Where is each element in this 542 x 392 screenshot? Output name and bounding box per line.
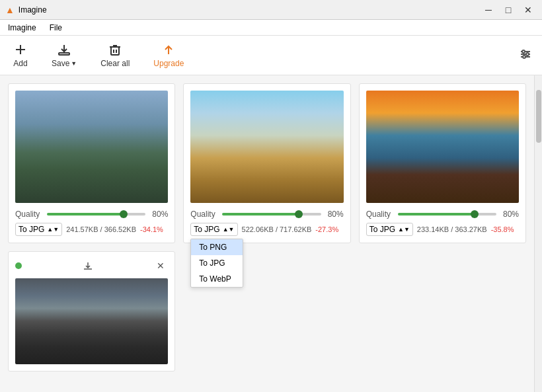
quality-row-3: Quality 80%: [366, 210, 519, 219]
scrollbar-track: [534, 75, 542, 392]
settings-icon: [518, 47, 533, 61]
image-thumbnail-1: [15, 91, 168, 203]
menu-file[interactable]: File: [47, 22, 65, 34]
file-info-2: 522.06KB / 717.62KB: [242, 225, 312, 233]
format-arrow-2: ▲▼: [223, 226, 235, 233]
quality-label-1: Quality: [15, 210, 43, 219]
card-controls-1: Quality 80% To JPG ▲▼ 241.57KB / 366.52K…: [15, 210, 168, 236]
close-button[interactable]: ✕: [520, 3, 537, 17]
svg-rect-3: [111, 47, 119, 55]
title-bar: ▲ Imagine ─ □ ✕: [0, 0, 542, 20]
quality-value-1: 80%: [149, 210, 168, 219]
plus-icon: [13, 42, 28, 57]
dropdown-option-png[interactable]: To PNG: [191, 239, 243, 255]
image-thumbnail-3: [366, 91, 519, 203]
format-select-2[interactable]: To JPG ▲▼: [190, 223, 237, 236]
quality-label-3: Quality: [366, 210, 394, 219]
close-card-button-4[interactable]: ✕: [153, 258, 168, 273]
image-card-1: Quality 80% To JPG ▲▼ 241.57KB / 366.52K…: [8, 83, 175, 243]
svg-point-11: [522, 50, 525, 53]
clear-all-button[interactable]: Clear all: [97, 41, 134, 69]
card-controls-3: Quality 80% To JPG ▲▼ 233.14KB / 363.27K…: [366, 210, 519, 236]
status-dot-4: [15, 262, 22, 269]
trash-icon: [108, 42, 122, 57]
image-thumbnail-4: [15, 278, 168, 364]
format-select-3[interactable]: To JPG ▲▼: [366, 223, 413, 236]
menu-imagine[interactable]: Imagine: [5, 22, 39, 34]
file-reduction-3: -35.8%: [491, 225, 514, 233]
image-card-2: Quality 80% To JPG ▲▼ 522.06KB / 717.62K…: [183, 83, 350, 243]
add-button[interactable]: Add: [9, 41, 32, 69]
format-arrow-3: ▲▼: [398, 226, 410, 233]
quality-value-2: 80%: [325, 210, 344, 219]
image-thumbnail-2: [190, 91, 343, 203]
save-button[interactable]: Save ▼: [48, 41, 81, 69]
content-area: Quality 80% To JPG ▲▼ 241.57KB / 366.52K…: [0, 75, 534, 392]
svg-rect-2: [59, 53, 69, 55]
quality-row-1: Quality 80%: [15, 210, 168, 219]
quality-label-2: Quality: [190, 210, 218, 219]
app-title: Imagine: [19, 5, 47, 15]
file-info-1: 241.57KB / 366.52KB: [66, 225, 136, 233]
quality-slider-1[interactable]: [47, 213, 145, 216]
toolbar: Add Save ▼ Clear all Upgrade: [0, 36, 542, 75]
format-select-1[interactable]: To JPG ▲▼: [15, 223, 62, 236]
quality-value-3: 80%: [500, 210, 519, 219]
file-reduction-2: -27.3%: [315, 225, 338, 233]
card-status-row-4: ✕: [15, 258, 168, 273]
quality-row-2: Quality 80%: [190, 210, 343, 219]
upgrade-button[interactable]: Upgrade: [149, 41, 188, 69]
upgrade-icon: [161, 42, 176, 57]
minimize-button[interactable]: ─: [480, 3, 497, 17]
quality-slider-3[interactable]: [398, 213, 496, 216]
app-icon: ▲: [5, 5, 15, 15]
dropdown-option-jpg[interactable]: To JPG: [191, 255, 243, 271]
image-card-4: ✕: [8, 251, 175, 372]
quality-slider-2[interactable]: [222, 213, 321, 216]
format-row-1: To JPG ▲▼ 241.57KB / 366.52KB -34.1%: [15, 223, 168, 236]
menu-bar: Imagine File: [0, 20, 542, 36]
download-action-button-4[interactable]: [81, 258, 95, 273]
image-grid: Quality 80% To JPG ▲▼ 241.57KB / 366.52K…: [8, 83, 526, 372]
download-icon: [57, 42, 71, 57]
download-small-icon: [83, 260, 93, 271]
title-bar-controls: ─ □ ✕: [480, 3, 537, 17]
format-arrow-1: ▲▼: [47, 226, 59, 233]
dropdown-option-webp[interactable]: To WebP: [191, 271, 243, 287]
format-row-2: To JPG ▲▼ 522.06KB / 717.62KB -27.3% To …: [190, 223, 343, 236]
svg-point-12: [526, 53, 529, 56]
image-card-3: Quality 80% To JPG ▲▼ 233.14KB / 363.27K…: [359, 83, 526, 243]
card-controls-2: Quality 80% To JPG ▲▼ 522.06KB / 717.62K…: [190, 210, 343, 236]
title-bar-left: ▲ Imagine: [5, 5, 47, 15]
save-dropdown-arrow: ▼: [71, 60, 77, 67]
format-dropdown-2: To PNG To JPG To WebP: [190, 239, 243, 288]
scrollbar-thumb[interactable]: [536, 90, 541, 143]
file-info-3: 233.14KB / 363.27KB: [417, 225, 487, 233]
file-reduction-1: -34.1%: [140, 225, 163, 233]
main-area: Quality 80% To JPG ▲▼ 241.57KB / 366.52K…: [0, 75, 542, 392]
maximize-button[interactable]: □: [500, 3, 517, 17]
settings-button[interactable]: [518, 47, 533, 63]
format-row-3: To JPG ▲▼ 233.14KB / 363.27KB -35.8%: [366, 223, 519, 236]
svg-point-13: [523, 56, 525, 58]
